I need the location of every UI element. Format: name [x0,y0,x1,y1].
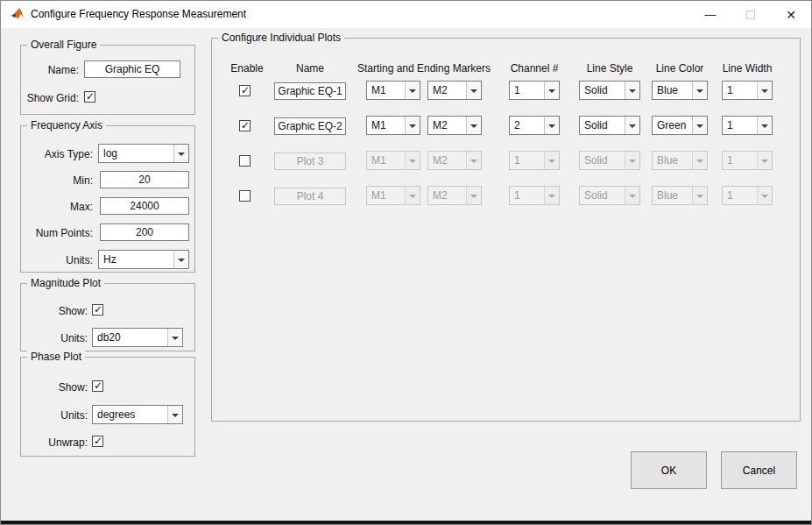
plot-row-2: Graphic EQ-2 M1 M2 2 Solid Green 1 [212,116,800,137]
line-width-dropdown[interactable]: 1 [722,116,773,135]
overall-figure-panel: Overall Figure Name: Graphic EQ Show Gri… [20,45,195,115]
show-grid-label: Show Grid: [25,92,79,104]
line-color-dropdown: Blue [652,151,708,170]
start-marker-dropdown: M1 [366,151,420,170]
phase-units-dropdown[interactable]: degrees [92,405,183,424]
line-color-dropdown[interactable]: Blue [652,81,708,100]
chevron-down-icon [167,406,182,423]
plot-name-field: Plot 4 [274,188,346,205]
cancel-button[interactable]: Cancel [721,451,797,489]
show-grid-checkbox[interactable] [84,91,95,103]
unwrap-checkbox[interactable] [92,436,103,447]
minimize-button[interactable]: — [690,1,731,28]
line-color-dropdown[interactable]: Green [652,116,708,135]
line-style-dropdown: Solid [579,151,640,170]
start-marker-value: M1 [367,152,405,169]
magnitude-units-value: db20 [93,329,167,346]
titlebar: Configure Frequency Response Measurement… [1,1,811,28]
chevron-down-icon [405,152,420,169]
channel-dropdown: 1 [509,151,560,170]
line-color-value: Blue [653,187,692,204]
magnitude-plot-panel: Magnitude Plot Show: Units: db20 [20,283,195,351]
channel-dropdown[interactable]: 2 [509,116,560,135]
phase-show-checkbox[interactable] [92,380,103,392]
channel-dropdown[interactable]: 1 [509,81,560,100]
chevron-down-icon [544,82,559,99]
plot-name-field[interactable]: Graphic EQ-2 [274,117,346,135]
enable-checkbox[interactable] [239,120,251,131]
phase-units-value: degrees [93,406,167,423]
channel-value: 1 [510,82,544,99]
enable-checkbox[interactable] [239,85,251,96]
magnitude-show-checkbox[interactable] [92,304,103,316]
name-label: Name: [25,64,79,76]
max-field[interactable]: 24000 [100,197,189,215]
header-style: Line Style [575,62,645,74]
enable-checkbox[interactable] [239,190,251,202]
plot-row-1: Graphic EQ-1 M1 M2 1 Solid Blue 1 [212,81,800,102]
chevron-down-icon [625,152,639,169]
chevron-down-icon [544,187,559,204]
line-color-dropdown: Blue [652,186,708,205]
header-markers: Starting and Ending Markers [335,62,513,74]
matlab-icon [11,7,25,21]
phase-units-label: Units: [25,409,88,422]
line-style-dropdown[interactable]: Solid [579,81,640,100]
line-width-value: 1 [723,187,757,204]
phase-plot-legend: Phase Plot [27,351,85,363]
end-marker-value: M2 [428,82,466,99]
line-width-value: 1 [723,117,757,134]
channel-value: 2 [510,117,544,134]
plot-row-3: Plot 3 M1 M2 1 Solid Blue 1 [212,151,800,172]
end-marker-dropdown[interactable]: M2 [427,81,482,100]
axis-type-dropdown[interactable]: log [98,144,189,163]
chevron-down-icon [466,152,481,169]
chevron-down-icon [692,152,707,169]
figure-name-field[interactable]: Graphic EQ [84,60,180,78]
frequency-axis-panel: Frequency Axis Axis Type: log Min: 20 Ma… [20,125,195,273]
magnitude-units-label: Units: [25,332,88,344]
chevron-down-icon [405,187,420,204]
magnitude-show-label: Show: [25,305,88,317]
line-color-value: Green [653,117,692,134]
header-channel: Channel # [499,62,569,74]
num-points-field[interactable]: 200 [100,223,189,241]
start-marker-dropdown[interactable]: M1 [366,116,420,135]
ok-button[interactable]: OK [631,451,707,489]
chevron-down-icon [625,82,639,99]
start-marker-value: M1 [367,117,405,134]
unwrap-label: Unwrap: [25,436,88,449]
window-title: Configure Frequency Response Measurement [31,1,246,28]
freq-units-value: Hz [99,251,173,268]
line-width-dropdown[interactable]: 1 [722,81,773,100]
chevron-down-icon [757,187,772,204]
start-marker-dropdown[interactable]: M1 [366,81,420,100]
plot-name-field[interactable]: Graphic EQ-1 [274,82,346,100]
end-marker-value: M2 [428,187,466,204]
end-marker-dropdown[interactable]: M2 [427,116,482,135]
chevron-down-icon [544,117,559,134]
phase-plot-panel: Phase Plot Show: Units: degrees Unwrap: [20,357,195,457]
magnitude-units-dropdown[interactable]: db20 [92,328,183,347]
line-style-dropdown: Solid [579,186,640,205]
chevron-down-icon [167,329,182,346]
chevron-down-icon [173,251,188,268]
chevron-down-icon [757,117,772,134]
close-button[interactable]: ✕ [771,1,811,28]
start-marker-dropdown: M1 [366,186,420,205]
frequency-axis-legend: Frequency Axis [27,119,106,131]
freq-units-dropdown[interactable]: Hz [98,250,189,269]
individual-plots-panel: Configure Individual Plots Enable Name S… [211,38,801,422]
maximize-button [731,1,771,28]
channel-value: 1 [510,152,544,169]
chevron-down-icon [405,117,420,134]
enable-checkbox[interactable] [239,155,251,167]
line-color-value: Blue [653,82,692,99]
axis-type-label: Axis Type: [25,148,93,160]
start-marker-value: M1 [367,187,405,204]
line-width-dropdown: 1 [722,186,773,205]
line-style-dropdown[interactable]: Solid [579,116,640,135]
end-marker-value: M2 [428,152,466,169]
plot-row-4: Plot 4 M1 M2 1 Solid Blue 1 [212,186,800,207]
min-field[interactable]: 20 [100,171,189,188]
